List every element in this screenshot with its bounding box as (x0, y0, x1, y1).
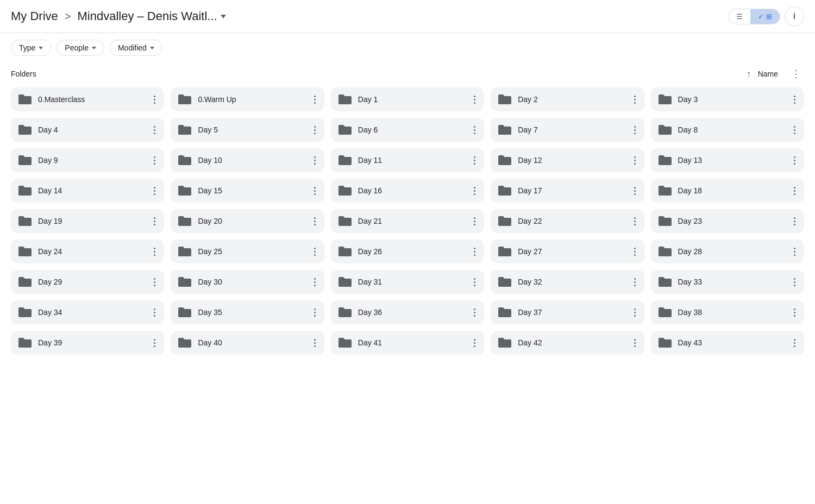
folder-more-button[interactable] (312, 277, 318, 287)
folder-more-button[interactable] (312, 125, 318, 135)
folder-more-button[interactable] (152, 277, 158, 287)
folder-item[interactable]: Day 11 (331, 148, 484, 172)
folder-item[interactable]: Day 14 (11, 179, 164, 203)
list-view-button[interactable]: ☰ (729, 9, 750, 24)
folder-item[interactable]: Day 33 (651, 270, 804, 294)
folder-more-button[interactable] (792, 186, 798, 196)
folder-more-button[interactable] (632, 155, 638, 166)
folder-item[interactable]: Day 27 (491, 240, 644, 263)
folder-more-button[interactable] (472, 125, 478, 135)
folder-item[interactable]: Day 12 (491, 148, 644, 172)
folder-item[interactable]: 0.Masterclass (11, 87, 164, 111)
folder-item[interactable]: Day 7 (491, 118, 644, 142)
folder-more-button[interactable] (472, 94, 478, 105)
folder-item[interactable]: Day 15 (171, 179, 324, 203)
folder-item[interactable]: Day 29 (11, 270, 164, 294)
folder-item[interactable]: Day 10 (171, 148, 324, 172)
folder-item[interactable]: Day 6 (331, 118, 484, 142)
folder-item[interactable]: Day 36 (331, 300, 484, 324)
folder-item[interactable]: Day 42 (491, 331, 644, 355)
folder-more-button[interactable] (152, 186, 158, 196)
folder-item[interactable]: Day 24 (11, 240, 164, 263)
section-more-button[interactable]: ⋮ (788, 67, 804, 81)
folder-item[interactable]: Day 20 (171, 209, 324, 233)
folder-more-button[interactable] (632, 277, 638, 287)
folder-item[interactable]: 0.Warm Up (171, 87, 324, 111)
folder-item[interactable]: Day 35 (171, 300, 324, 324)
info-button[interactable]: i (785, 7, 804, 26)
folder-item[interactable]: Day 21 (331, 209, 484, 233)
folder-more-button[interactable] (792, 94, 798, 105)
folder-item[interactable]: Day 16 (331, 179, 484, 203)
folder-more-button[interactable] (312, 247, 318, 257)
folder-more-button[interactable] (632, 125, 638, 135)
folder-more-button[interactable] (312, 338, 318, 348)
folder-more-button[interactable] (792, 216, 798, 226)
folder-more-button[interactable] (792, 307, 798, 318)
folder-more-button[interactable] (472, 338, 478, 348)
folder-more-button[interactable] (472, 155, 478, 166)
folder-item[interactable]: Day 5 (171, 118, 324, 142)
folder-item[interactable]: Day 38 (651, 300, 804, 324)
folder-item[interactable]: Day 39 (11, 331, 164, 355)
folder-item[interactable]: Day 4 (11, 118, 164, 142)
folder-more-button[interactable] (152, 216, 158, 226)
modified-filter[interactable]: Modified (110, 40, 162, 56)
folder-more-button[interactable] (472, 307, 478, 318)
folder-more-button[interactable] (152, 125, 158, 135)
sort-name-button[interactable]: Name (758, 70, 781, 78)
folder-item[interactable]: Day 32 (491, 270, 644, 294)
sort-direction-icon[interactable]: ↑ (747, 68, 751, 80)
folder-item[interactable]: Day 31 (331, 270, 484, 294)
grid-view-button[interactable]: ✓ ⊞ (750, 9, 780, 24)
my-drive-link[interactable]: My Drive (11, 9, 58, 23)
folder-item[interactable]: Day 8 (651, 118, 804, 142)
folder-more-button[interactable] (792, 277, 798, 287)
folder-item[interactable]: Day 34 (11, 300, 164, 324)
folder-item[interactable]: Day 23 (651, 209, 804, 233)
folder-item[interactable]: Day 1 (331, 87, 484, 111)
folder-item[interactable]: Day 22 (491, 209, 644, 233)
folder-item[interactable]: Day 19 (11, 209, 164, 233)
folder-more-button[interactable] (632, 247, 638, 257)
folder-more-button[interactable] (632, 307, 638, 318)
current-folder-label[interactable]: Mindvalley – Denis Waitl... (77, 9, 225, 23)
folder-more-button[interactable] (632, 216, 638, 226)
folder-item[interactable]: Day 28 (651, 240, 804, 263)
folder-item[interactable]: Day 2 (491, 87, 644, 111)
folder-more-button[interactable] (312, 94, 318, 105)
folder-more-button[interactable] (312, 186, 318, 196)
folder-item[interactable]: Day 9 (11, 148, 164, 172)
folder-item[interactable]: Day 17 (491, 179, 644, 203)
folder-more-button[interactable] (792, 125, 798, 135)
folder-item[interactable]: Day 40 (171, 331, 324, 355)
folder-more-button[interactable] (472, 247, 478, 257)
folder-more-button[interactable] (152, 307, 158, 318)
folder-more-button[interactable] (152, 247, 158, 257)
folder-item[interactable]: Day 37 (491, 300, 644, 324)
people-filter[interactable]: People (57, 40, 104, 56)
folder-more-button[interactable] (792, 155, 798, 166)
folder-more-button[interactable] (152, 338, 158, 348)
folder-item[interactable]: Day 43 (651, 331, 804, 355)
folder-item[interactable]: Day 41 (331, 331, 484, 355)
folder-more-button[interactable] (312, 216, 318, 226)
folder-item[interactable]: Day 26 (331, 240, 484, 263)
folder-more-button[interactable] (312, 307, 318, 318)
folder-more-button[interactable] (632, 338, 638, 348)
folder-more-button[interactable] (472, 216, 478, 226)
folder-more-button[interactable] (792, 338, 798, 348)
folder-more-button[interactable] (472, 186, 478, 196)
folder-item[interactable]: Day 3 (651, 87, 804, 111)
folder-more-button[interactable] (632, 186, 638, 196)
folder-item[interactable]: Day 18 (651, 179, 804, 203)
folder-more-button[interactable] (152, 155, 158, 166)
folder-more-button[interactable] (312, 155, 318, 166)
folder-more-button[interactable] (472, 277, 478, 287)
folder-item[interactable]: Day 30 (171, 270, 324, 294)
folder-more-button[interactable] (792, 247, 798, 257)
folder-more-button[interactable] (632, 94, 638, 105)
folder-more-button[interactable] (152, 94, 158, 105)
type-filter[interactable]: Type (11, 40, 51, 56)
folder-item[interactable]: Day 25 (171, 240, 324, 263)
